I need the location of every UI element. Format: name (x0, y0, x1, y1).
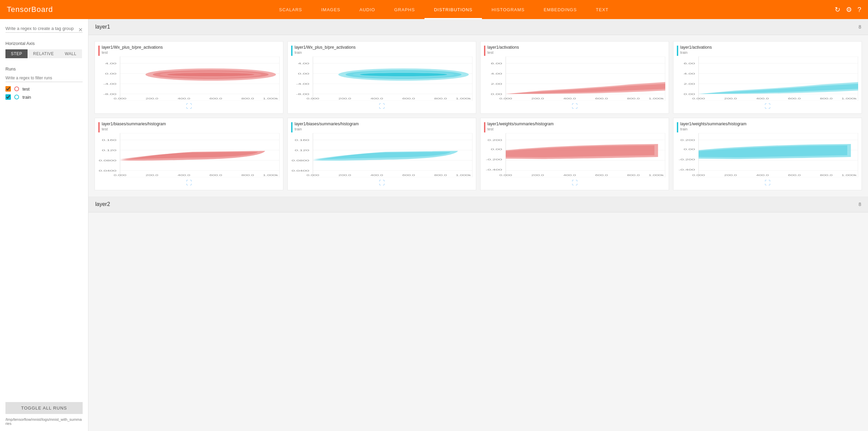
chart-svg: 0.160 0.120 0.0800 0.0400 0.000 200.0 40… (291, 133, 472, 177)
chart-area: 0.200 0.00 -0.200 -0.400 0.000 200.0 400… (484, 133, 665, 177)
svg-text:6.00: 6.00 (491, 62, 502, 65)
tab-audio[interactable]: AUDIO (350, 0, 385, 19)
clear-tag-regex-button[interactable]: ✕ (78, 27, 83, 33)
chart-wx-plus-b-train: layer1/Wx_plus_b/pre_activations train 4… (287, 41, 476, 114)
svg-text:0.200: 0.200 (681, 139, 695, 142)
chart-activations-test: layer1/activations test 6.00 4.00 2.00 (480, 41, 669, 114)
chart-run-label: test (102, 127, 166, 131)
chart-area: 4.00 0.00 -4.00 -8.00 0.000 200.0 400.0 … (291, 57, 472, 101)
layer1-title: layer1 (95, 24, 110, 30)
chart-run-indicator (484, 122, 485, 132)
svg-text:200.0: 200.0 (146, 174, 158, 176)
chart-title: layer1/activations (487, 45, 519, 50)
svg-rect-53 (699, 57, 858, 101)
nav-tabs: SCALARS IMAGES AUDIO GRAPHS DISTRIBUTION… (53, 0, 835, 19)
run-test-label: test (22, 86, 30, 92)
svg-text:0.000: 0.000 (306, 97, 319, 100)
svg-text:1.000k: 1.000k (456, 97, 471, 100)
svg-text:400.0: 400.0 (178, 174, 190, 176)
expand-icon[interactable]: ⛶ (379, 103, 385, 110)
chart-run-label: train (680, 50, 712, 54)
chart-svg: 0.200 0.00 -0.200 -0.400 0.000 200.0 400… (484, 133, 665, 177)
layer1-count: 8 (858, 24, 861, 30)
expand-icon[interactable]: ⛶ (765, 179, 771, 187)
expand-icon[interactable]: ⛶ (186, 179, 192, 187)
svg-text:-8.00: -8.00 (103, 93, 116, 96)
svg-text:400.0: 400.0 (370, 174, 383, 176)
chart-activations-train: layer1/activations train 6.00 4.00 2.00 (673, 41, 862, 114)
svg-text:0.000: 0.000 (306, 174, 319, 176)
run-train-dot (14, 95, 19, 99)
chart-run-indicator (291, 122, 293, 132)
svg-text:800.0: 800.0 (241, 174, 254, 176)
svg-text:0.000: 0.000 (114, 97, 127, 100)
tab-embeddings[interactable]: EMBEDDINGS (534, 0, 586, 19)
chart-weights-train: layer1/weights/summaries/histogram train… (673, 118, 862, 190)
svg-text:0.200: 0.200 (488, 139, 502, 142)
chart-svg: 0.200 0.00 -0.200 -0.400 0.000 200.0 400… (677, 133, 858, 177)
svg-text:600.0: 600.0 (788, 97, 801, 100)
svg-text:0.0400: 0.0400 (291, 169, 309, 172)
run-train-checkbox[interactable] (5, 94, 11, 100)
chart-run-label: train (295, 50, 355, 54)
svg-text:0.0800: 0.0800 (99, 159, 116, 162)
svg-text:1.000k: 1.000k (456, 174, 471, 176)
tab-histograms[interactable]: HISTOGRAMS (482, 0, 534, 19)
axis-step-button[interactable]: STEP (5, 49, 28, 58)
run-test-dot (14, 86, 19, 91)
expand-icon[interactable]: ⛶ (186, 103, 192, 110)
svg-text:0.00: 0.00 (105, 72, 116, 75)
horizontal-axis-label: Horizontal Axis (5, 41, 83, 46)
runs-filter-input[interactable] (5, 74, 83, 82)
run-test-checkbox[interactable] (5, 86, 11, 92)
expand-icon[interactable]: ⛶ (765, 103, 771, 110)
tab-distributions[interactable]: DISTRIBUTIONS (424, 0, 482, 19)
chart-expand-area: ⛶ (98, 103, 280, 110)
chart-run-indicator (677, 46, 678, 56)
svg-text:4.00: 4.00 (298, 62, 309, 65)
svg-text:-4.00: -4.00 (296, 82, 309, 85)
svg-text:0.0800: 0.0800 (291, 159, 309, 162)
axis-relative-button[interactable]: RELATIVE (28, 49, 59, 58)
axis-wall-button[interactable]: WALL (59, 49, 82, 58)
expand-icon[interactable]: ⛶ (379, 179, 385, 187)
svg-text:800.0: 800.0 (627, 97, 640, 100)
layer2-title: layer2 (95, 201, 110, 207)
svg-text:0.00: 0.00 (684, 148, 695, 151)
toggle-all-runs-button[interactable]: TOGGLE ALL RUNS (5, 402, 83, 414)
top-nav: TensorBoard SCALARS IMAGES AUDIO GRAPHS … (0, 0, 868, 19)
chart-expand-area: ⛶ (484, 103, 665, 110)
svg-text:0.120: 0.120 (102, 149, 117, 152)
layer2-section-header: layer2 8 (88, 196, 868, 212)
svg-text:600.0: 600.0 (210, 174, 222, 176)
content-area: layer1 8 layer1/Wx_plus_b/pre_activation… (88, 19, 868, 431)
tab-text[interactable]: TEXT (586, 0, 618, 19)
chart-expand-area: ⛶ (291, 103, 472, 110)
svg-point-31 (360, 73, 447, 76)
tab-graphs[interactable]: GRAPHS (385, 0, 424, 19)
settings-icon[interactable]: ⚙ (846, 5, 852, 14)
tag-regex-input[interactable] (5, 25, 83, 33)
svg-text:600.0: 600.0 (402, 97, 415, 100)
chart-biases-train: layer1/biases/summaries/histogram train … (287, 118, 476, 190)
chart-expand-area: ⛶ (677, 103, 858, 110)
svg-text:600.0: 600.0 (595, 97, 608, 100)
svg-text:600.0: 600.0 (788, 174, 801, 176)
svg-text:-8.00: -8.00 (296, 93, 309, 96)
svg-text:400.0: 400.0 (756, 174, 769, 176)
svg-text:0.00: 0.00 (491, 148, 502, 151)
expand-icon[interactable]: ⛶ (572, 179, 578, 187)
expand-icon[interactable]: ⛶ (572, 103, 578, 110)
chart-svg: 6.00 4.00 2.00 0.00 0.000 200.0 400.0 60… (484, 57, 665, 101)
chart-biases-test: layer1/biases/summaries/histogram test 0… (95, 118, 283, 190)
svg-text:4.00: 4.00 (491, 72, 502, 75)
svg-text:0.160: 0.160 (295, 139, 310, 142)
svg-rect-38 (506, 57, 665, 101)
chart-svg: 0.160 0.120 0.0800 0.0400 0.000 200.0 40… (98, 133, 280, 177)
svg-text:1.000k: 1.000k (841, 97, 857, 100)
logs-path: /tmp/tensorflow/mnist/logs/mnist_with_su… (5, 417, 83, 426)
help-icon[interactable]: ? (857, 6, 861, 14)
tab-scalars[interactable]: SCALARS (270, 0, 312, 19)
tab-images[interactable]: IMAGES (312, 0, 350, 19)
refresh-icon[interactable]: ↻ (835, 5, 840, 14)
